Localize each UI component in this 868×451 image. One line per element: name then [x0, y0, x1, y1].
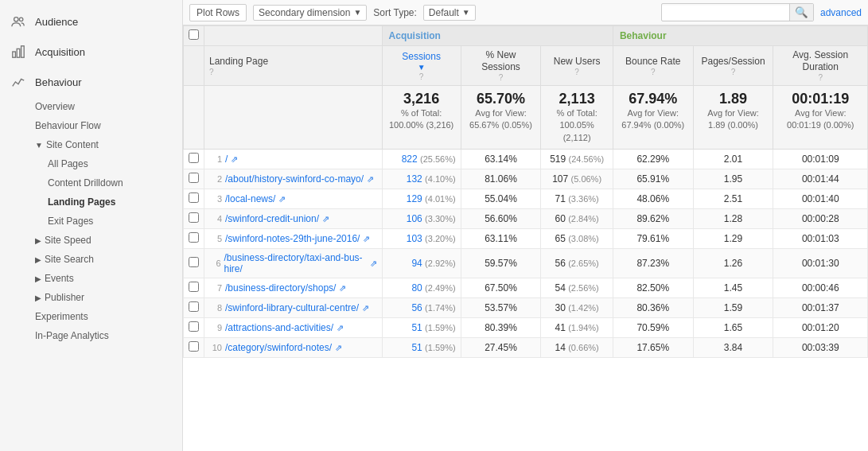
sidebar-item-landing-pages[interactable]: Landing Pages — [0, 192, 182, 212]
row-checkbox-input[interactable] — [189, 232, 199, 243]
new-sessions-help-icon[interactable]: ? — [499, 73, 504, 82]
row-checkbox-4[interactable] — [184, 229, 204, 249]
landing-page-link-3[interactable]: /swinford-credit-union/ — [225, 213, 319, 224]
sidebar-item-overview[interactable]: Overview — [0, 97, 182, 116]
avg-session-help-icon[interactable]: ? — [818, 73, 823, 82]
col-new-users[interactable]: New Users ? — [541, 46, 613, 86]
main-content: Plot Rows Secondary dimension ▼ Sort Typ… — [183, 0, 868, 451]
select-all-checkbox[interactable] — [189, 29, 199, 40]
view-icon-6[interactable]: ⇗ — [339, 283, 346, 294]
secondary-dimension-dropdown[interactable]: Secondary dimension ▼ — [253, 5, 367, 21]
landing-page-link-6[interactable]: /business-directory/shops/ — [225, 282, 336, 294]
table-row: 8 /swinford-library-cultural-centre/ ⇗ 5… — [184, 298, 868, 318]
select-all-checkbox-header[interactable] — [184, 26, 204, 46]
behaviour-icon — [10, 73, 27, 91]
row-bounce-rate-5: 87.23% — [613, 249, 693, 278]
view-icon-3[interactable]: ⇗ — [322, 214, 329, 224]
sort-default-dropdown[interactable]: Default ▼ — [423, 5, 476, 21]
sidebar-item-content-drilldown[interactable]: Content Drilldown — [0, 173, 182, 192]
sidebar-toggle-publisher[interactable]: ▶ Publisher — [0, 288, 182, 307]
row-checkbox-8[interactable] — [184, 318, 204, 338]
landing-page-link-1[interactable]: /about/history-swinford-co-mayo/ — [225, 173, 364, 185]
row-checkbox-input[interactable] — [189, 257, 199, 267]
col-bounce-rate[interactable]: Bounce Rate ? — [613, 46, 693, 86]
search-box: 🔍 — [661, 3, 814, 21]
landing-page-link-2[interactable]: /local-news/ — [225, 193, 275, 204]
row-pages-session-0: 2.01 — [693, 150, 773, 169]
row-pages-session-8: 1.65 — [693, 318, 773, 338]
search-input[interactable] — [662, 6, 789, 20]
sessions-help-icon[interactable]: ? — [419, 72, 424, 81]
landing-page-link-4[interactable]: /swinford-notes-29th-june-2016/ — [225, 233, 360, 244]
site-speed-arrow-icon: ▶ — [35, 236, 41, 245]
new-users-help-icon[interactable]: ? — [574, 68, 579, 76]
row-pages-session-2: 2.51 — [693, 189, 773, 209]
sidebar-item-all-pages[interactable]: All Pages — [0, 154, 182, 173]
view-icon-4[interactable]: ⇗ — [363, 234, 370, 244]
row-checkbox-1[interactable] — [184, 169, 204, 189]
search-button[interactable]: 🔍 — [789, 4, 813, 21]
sidebar-toggle-site-content[interactable]: ▼ Site Content — [0, 135, 182, 154]
sidebar-item-experiments[interactable]: Experiments — [0, 307, 182, 326]
row-bounce-rate-9: 17.65% — [613, 338, 693, 358]
row-checkbox-input[interactable] — [189, 192, 199, 203]
plot-rows-button[interactable]: Plot Rows — [189, 4, 247, 21]
landing-page-link-7[interactable]: /swinford-library-cultural-centre/ — [225, 302, 359, 313]
sidebar-item-audience[interactable]: Audience — [0, 6, 182, 37]
landing-page-link-8[interactable]: /attractions-and-activities/ — [225, 322, 333, 333]
landing-page-link-0[interactable]: / — [225, 154, 228, 165]
row-checkbox-6[interactable] — [184, 278, 204, 298]
sidebar-toggle-site-search[interactable]: ▶ Site Search — [0, 250, 182, 269]
row-landing-page-8: 9 /attractions-and-activities/ ⇗ — [204, 318, 383, 338]
sort-default-arrow-icon: ▼ — [462, 8, 470, 17]
row-checkbox-input[interactable] — [189, 282, 199, 292]
col-avg-session[interactable]: Avg. Session Duration ? — [773, 46, 868, 86]
view-icon-7[interactable]: ⇗ — [362, 303, 369, 313]
sidebar-item-exit-pages[interactable]: Exit Pages — [0, 212, 182, 231]
pages-session-help-icon[interactable]: ? — [731, 68, 736, 76]
totals-avg-session: 00:01:19 Avg for View: 00:01:19 (0.00%) — [773, 86, 868, 150]
row-checkbox-input[interactable] — [189, 301, 199, 312]
view-icon-9[interactable]: ⇗ — [335, 343, 342, 353]
row-checkbox-input[interactable] — [189, 173, 199, 183]
row-checkbox-7[interactable] — [184, 298, 204, 318]
view-icon-1[interactable]: ⇗ — [367, 174, 374, 185]
row-new-users-0: 519 (24.56%) — [541, 150, 613, 169]
row-checkbox-input[interactable] — [189, 341, 199, 352]
col-new-sessions[interactable]: % New Sessions ? — [461, 46, 541, 86]
view-icon-2[interactable]: ⇗ — [278, 194, 286, 204]
view-icon-5[interactable]: ⇗ — [370, 259, 377, 269]
sidebar-item-in-page-analytics[interactable]: In-Page Analytics — [0, 326, 182, 345]
view-icon-8[interactable]: ⇗ — [337, 323, 344, 333]
row-checkbox-input[interactable] — [189, 212, 199, 223]
row-checkbox-input[interactable] — [189, 321, 199, 332]
col-landing-page[interactable]: Landing Page ? — [204, 46, 383, 86]
bounce-rate-help-icon[interactable]: ? — [651, 68, 656, 76]
table-row: 1 / ⇗ 822 (25.56%) 63.14% 519 (24.56%) 6… — [184, 150, 868, 169]
sidebar-item-behaviour-flow[interactable]: Behaviour Flow — [0, 116, 182, 135]
row-bounce-rate-6: 82.50% — [613, 278, 693, 298]
row-checkbox-0[interactable] — [184, 150, 204, 169]
view-icon-0[interactable]: ⇗ — [231, 154, 238, 165]
col-sessions[interactable]: Sessions ▼ ? — [382, 46, 461, 86]
row-checkbox-9[interactable] — [184, 338, 204, 358]
sidebar-item-behaviour[interactable]: Behaviour — [0, 67, 182, 97]
sidebar-toggle-events[interactable]: ▶ Events — [0, 269, 182, 288]
audience-icon — [10, 13, 27, 30]
landing-page-help-icon[interactable]: ? — [209, 68, 214, 76]
svg-point-1 — [19, 17, 23, 21]
col-pages-session[interactable]: Pages/Session ? — [693, 46, 773, 86]
sessions-sort-icon: ▼ — [418, 63, 426, 72]
landing-page-link-5[interactable]: /business-directory/taxi-and-bus-hire/ — [224, 252, 367, 274]
sidebar-item-acquisition[interactable]: Acquisition — [0, 37, 182, 67]
row-checkbox-2[interactable] — [184, 189, 204, 209]
row-checkbox-input[interactable] — [189, 153, 199, 163]
row-checkbox-3[interactable] — [184, 209, 204, 229]
sidebar-toggle-site-speed[interactable]: ▶ Site Speed — [0, 231, 182, 250]
row-avg-session-8: 00:01:20 — [773, 318, 868, 338]
acquisition-label: Acquisition — [35, 46, 85, 58]
secondary-dimension-label: Secondary dimension — [259, 7, 350, 18]
row-checkbox-5[interactable] — [184, 249, 204, 278]
advanced-link[interactable]: advanced — [820, 7, 862, 18]
landing-page-link-9[interactable]: /category/swinford-notes/ — [225, 342, 332, 353]
